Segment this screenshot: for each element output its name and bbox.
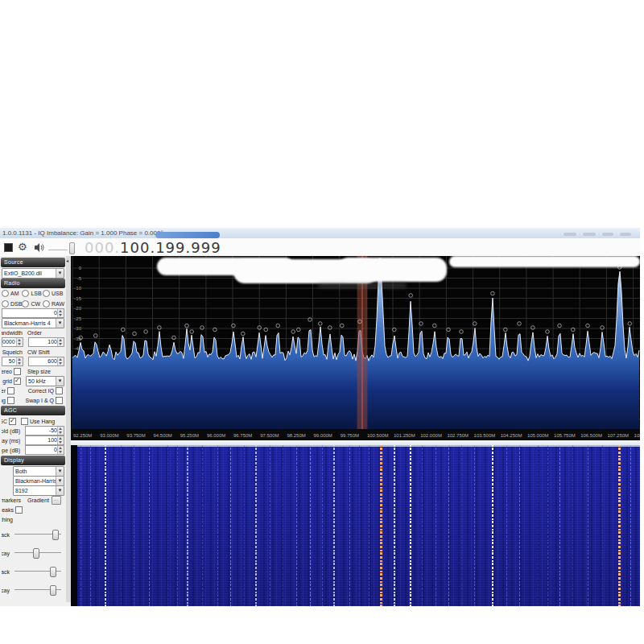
radio-button-icon[interactable]	[22, 290, 29, 297]
window-function-select[interactable]: Blackman-Harris 4▼	[13, 476, 64, 486]
waterfall-display[interactable]	[71, 445, 640, 606]
slider-s-decay[interactable]: S-Decay	[2, 547, 64, 558]
spinner-icon[interactable]	[16, 338, 23, 346]
display-sliders: S-AttackS-DecayW-AttackW-DecayContrast	[0, 529, 66, 602]
waterfall-signal-streak	[394, 445, 395, 606]
step-size-select[interactable]: 50 kHz▼	[26, 376, 64, 386]
bandwidth-field[interactable]: 250000	[2, 337, 23, 347]
agc-slope-field[interactable]: 0	[25, 445, 64, 455]
waterfall-signal-streak	[492, 445, 493, 606]
mark-peaks-checkbox[interactable]: Mark Peaks	[2, 506, 24, 514]
titlebar-highlight	[155, 232, 220, 238]
checkbox-icon[interactable]	[15, 506, 23, 514]
agc-panel-header[interactable]: AGC	[1, 406, 65, 415]
spinner-icon[interactable]	[57, 309, 64, 317]
filter-select[interactable]: Blackman-Harris 4▼	[2, 318, 64, 328]
fm-stereo-checkbox[interactable]: FM Stereo	[2, 367, 23, 375]
slider-handle[interactable]	[33, 548, 39, 559]
spinner-icon[interactable]	[57, 357, 64, 365]
spinner-icon[interactable]	[57, 436, 64, 444]
source-panel-header[interactable]: Source	[1, 258, 65, 267]
svg-text:95.250M: 95.250M	[180, 433, 199, 438]
waterfall-signal-streak	[322, 445, 323, 606]
slider-handle[interactable]	[50, 585, 56, 596]
slider-label: S-Decay	[2, 549, 10, 557]
volume-slider-handle[interactable]	[69, 242, 75, 254]
stop-icon[interactable]	[4, 243, 13, 252]
slider-s-attack[interactable]: S-Attack	[2, 529, 64, 539]
correct-iq-checkbox[interactable]	[56, 387, 63, 394]
frequency-display[interactable]: 000.100.199.999	[85, 238, 221, 256]
shift-field[interactable]: 0	[2, 308, 64, 318]
use-agc-checkbox[interactable]: Use AGC	[2, 417, 18, 425]
mode-radio-dsb[interactable]: DSB	[2, 300, 22, 308]
slider-handle[interactable]	[50, 567, 56, 577]
waterfall-signal-streak	[506, 445, 507, 606]
spinner-icon[interactable]	[16, 357, 23, 365]
use-hang-checkbox[interactable]	[21, 418, 28, 425]
mode-radio-raw[interactable]: RAW	[43, 300, 64, 308]
window-title: 1.0.0.1131 - IQ Imbalance: Gain = 1.000 …	[2, 229, 163, 237]
waterfall-left-margin	[71, 445, 77, 606]
mode-radio-cw[interactable]: CW	[22, 300, 43, 308]
radio-button-icon[interactable]	[2, 300, 9, 308]
view-select[interactable]: Both▼	[13, 466, 64, 477]
slider-w-decay[interactable]: W-Decay	[2, 584, 64, 595]
checkbox-checked-icon[interactable]	[9, 418, 16, 425]
mode-radio-am[interactable]: AM	[2, 290, 22, 297]
waterfall-signal-streak	[310, 445, 311, 606]
cw-shift-label: CW Shift	[27, 349, 50, 355]
waterfall-signal-streak	[105, 445, 106, 606]
checkbox-icon[interactable]	[14, 368, 21, 375]
waterfall-signal-streak	[572, 445, 573, 606]
snap-to-grid-checkbox[interactable]: Snap to grid	[2, 377, 23, 385]
agc-decay-field[interactable]: 100	[25, 436, 64, 445]
mode-radio-usb[interactable]: USB	[43, 290, 64, 297]
spinner-icon[interactable]	[57, 446, 64, 454]
chevron-down-icon: ▼	[56, 477, 64, 485]
radio-button-icon[interactable]	[43, 290, 50, 297]
radio-button-icon[interactable]	[43, 300, 50, 308]
checkbox-checked-icon[interactable]	[14, 378, 21, 385]
mode-label: AM	[10, 291, 19, 296]
titlebar-artifact	[583, 233, 596, 236]
gear-icon[interactable]: ⚙	[18, 240, 27, 254]
title-bar[interactable]: 1.0.0.1131 - IQ Imbalance: Gain = 1.000 …	[0, 228, 640, 239]
smoothing-checkbox[interactable]: Smoothing	[2, 515, 13, 523]
anti-fading-checkbox[interactable]: Anti-Fading	[2, 396, 16, 404]
slider-handle[interactable]	[52, 530, 59, 540]
lock-carrier-checkbox[interactable]: Lock Carrier	[2, 386, 16, 394]
waterfall-signal-streak	[380, 445, 382, 606]
order-field[interactable]: 100	[28, 337, 64, 347]
svg-text:96.750M: 96.750M	[233, 433, 252, 438]
radio-panel-header[interactable]: Radio	[1, 279, 65, 288]
mode-radio-lsb[interactable]: LSB	[22, 290, 43, 297]
resolution-select[interactable]: 8192▼	[13, 485, 64, 496]
waterfall-signal-streak	[519, 445, 520, 606]
waterfall-signal-streak	[244, 445, 245, 606]
radio-button-icon[interactable]	[2, 290, 9, 297]
waterfall-signal-streak	[436, 445, 436, 606]
slider-w-attack[interactable]: W-Attack	[2, 566, 64, 576]
frequency-value[interactable]: 100.199.999	[120, 239, 221, 256]
gradient-label: Gradient	[27, 497, 49, 503]
speaker-icon[interactable]	[34, 242, 45, 256]
cw-shift-field[interactable]: 600	[28, 357, 64, 366]
collapse-left-icon[interactable]: ◂	[66, 258, 68, 263]
spinner-icon[interactable]	[57, 427, 64, 435]
volume-slider[interactable]	[48, 250, 68, 250]
gradient-button[interactable]: …	[52, 496, 61, 505]
swap-iq-checkbox[interactable]	[56, 397, 63, 404]
source-device-select[interactable]: ExtIO_B200.dll▼	[2, 268, 64, 279]
checkbox-icon[interactable]	[7, 397, 14, 404]
waterfall-signal-streak	[121, 445, 122, 606]
agc-threshold-field[interactable]: -50	[25, 426, 64, 436]
radio-button-icon[interactable]	[22, 300, 29, 308]
spectrum-display[interactable]: 0-5-10-15-20-25-30-35-40-45-50-55-60-65-…	[71, 256, 640, 440]
spinner-icon[interactable]	[57, 338, 64, 346]
time-markers-checkbox[interactable]: Time markers	[2, 496, 21, 504]
waterfall-signal-streak	[333, 445, 335, 606]
display-panel-header[interactable]: Display	[1, 456, 65, 465]
squelch-field[interactable]: 50	[2, 357, 23, 366]
checkbox-icon[interactable]	[7, 387, 14, 394]
